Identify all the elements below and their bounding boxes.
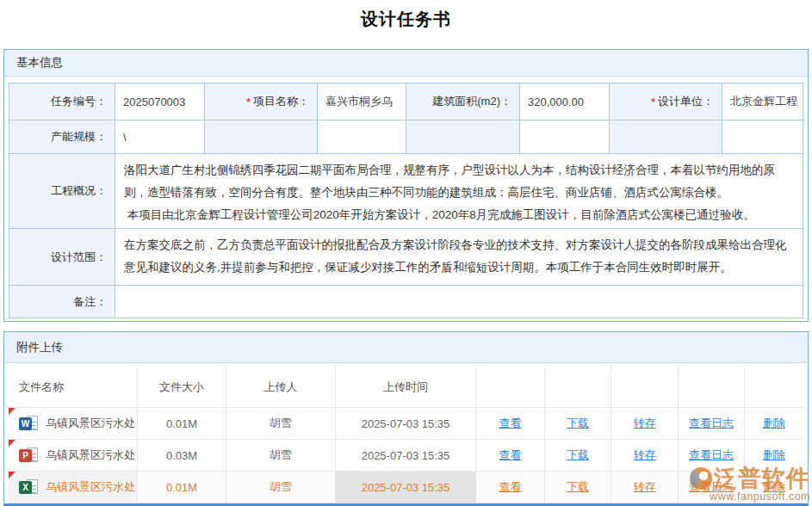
action-cell: 删除 <box>745 472 803 503</box>
action-cell: 查看 <box>476 472 545 503</box>
file-size-cell: 0.01M <box>138 408 226 440</box>
overview-label: 工程概况： <box>9 154 115 229</box>
attachments-table: 文件名称 文件大小 上传人 上传时间 W 乌镇风景区污水处 0.01M 胡雪 2… <box>9 367 803 503</box>
attachments-table-header: 文件名称 文件大小 上传人 上传时间 <box>9 367 803 408</box>
download-link[interactable]: 下载 <box>567 479 589 495</box>
action-cell: 查看日志 <box>679 408 745 440</box>
building-area-label: 建筑面积(m2)： <box>406 83 520 120</box>
remark-value <box>115 286 803 318</box>
col-header-empty <box>611 367 679 408</box>
design-unit-label: *设计单位： <box>610 83 722 120</box>
row-corner-flag <box>9 440 15 447</box>
file-name-cell: P 乌镇风景区污水处 <box>9 440 138 472</box>
download-link[interactable]: 下载 <box>567 416 589 431</box>
word-file-icon: W <box>19 416 40 432</box>
attachment-row-2: P 乌镇风景区污水处 0.03M 胡雪 2025-07-03 15:35 查看 … <box>9 440 803 472</box>
empty-label-cell <box>205 120 318 154</box>
delete-link[interactable]: 删除 <box>763 447 785 463</box>
file-size-cell: 0.03M <box>138 440 226 472</box>
empty-value-cell <box>318 120 406 154</box>
uploader-cell: 胡雪 <box>226 472 336 503</box>
task-no-value: 2025070003 <box>115 83 205 120</box>
page: 设计任务书 基本信息 任务编号： 2025070003 *项目名称： 嘉兴市桐乡… <box>0 0 812 506</box>
col-header-empty <box>476 367 545 408</box>
delete-link[interactable]: 删除 <box>763 416 785 431</box>
file-name: 乌镇风景区污水处 <box>46 479 135 495</box>
action-cell: 查看日志 <box>679 440 745 472</box>
excel-file-icon: X <box>19 479 40 496</box>
col-header-empty <box>679 367 745 408</box>
form-row-overview: 工程概况： 洛阳大道广生村北侧锦绣四季花园二期平面布局合理，规整有序，户型设计以… <box>9 154 803 229</box>
basic-info-panel: 基本信息 任务编号： 2025070003 *项目名称： 嘉兴市桐乡乌 建筑面积… <box>3 49 809 322</box>
project-name-value[interactable]: 嘉兴市桐乡乌 <box>318 83 406 120</box>
download-link[interactable]: 下载 <box>567 447 589 463</box>
col-header-file-name: 文件名称 <box>9 367 138 408</box>
action-cell: 转存 <box>611 408 679 440</box>
capacity-value: \ <box>115 120 205 154</box>
file-name-cell: X 乌镇风景区污水处 <box>9 472 138 503</box>
overview-value: 洛阳大道广生村北侧锦绣四季花园二期平面布局合理，规整有序，户型设计以人为本，结构… <box>115 154 803 229</box>
task-no-label: 任务编号： <box>9 83 115 120</box>
upload-time-cell: 2025-07-03 15:35 <box>336 472 476 503</box>
view-log-link[interactable]: 查看日志 <box>689 447 734 463</box>
upload-time-cell: 2025-07-03 15:35 <box>336 408 476 440</box>
upload-time-cell: 2025-07-03 15:35 <box>336 440 476 472</box>
powerpoint-file-icon: P <box>19 447 40 464</box>
building-area-value: 320,000.00 <box>520 83 610 120</box>
empty-label-cell <box>406 120 520 154</box>
basic-info-section-header: 基本信息 <box>4 50 808 77</box>
required-asterisk: * <box>246 96 251 108</box>
attachment-row-3-highlighted: X 乌镇风景区污水处 0.01M 胡雪 2025-07-03 15:35 查看 … <box>9 472 803 503</box>
action-cell: 下载 <box>545 440 611 472</box>
file-name: 乌镇风景区污水处 <box>46 416 135 431</box>
form-row-2: 产能规模： \ <box>9 120 803 154</box>
empty-label-cell <box>610 120 722 154</box>
action-cell: 转存 <box>611 440 679 472</box>
attachments-section-header: 附件上传 <box>4 332 808 363</box>
empty-value-cell <box>520 120 610 154</box>
remark-label: 备注： <box>9 286 115 318</box>
view-link[interactable]: 查看 <box>499 416 522 431</box>
file-name-cell: W 乌镇风景区污水处 <box>9 408 138 440</box>
file-name: 乌镇风景区污水处 <box>46 447 135 463</box>
form-row-remark: 备注： <box>9 286 803 318</box>
delete-link[interactable]: 删除 <box>763 479 785 495</box>
col-header-upload-time: 上传时间 <box>336 367 476 408</box>
uploader-cell: 胡雪 <box>226 440 336 472</box>
save-as-link[interactable]: 转存 <box>634 479 656 495</box>
required-asterisk: * <box>651 96 655 108</box>
col-header-file-size: 文件大小 <box>138 367 226 408</box>
view-log-link[interactable]: 查看日志 <box>689 479 734 495</box>
col-header-empty <box>545 367 611 408</box>
action-cell: 下载 <box>545 408 611 440</box>
save-as-link[interactable]: 转存 <box>634 416 656 431</box>
col-header-uploader: 上传人 <box>226 367 336 408</box>
row-corner-flag <box>9 408 15 415</box>
action-cell: 转存 <box>611 472 679 503</box>
row-corner-flag <box>9 472 15 478</box>
uploader-cell: 胡雪 <box>226 408 336 440</box>
form-row-1: 任务编号： 2025070003 *项目名称： 嘉兴市桐乡乌 建筑面积(m2)：… <box>9 83 803 120</box>
attachment-row-1: W 乌镇风景区污水处 0.01M 胡雪 2025-07-03 15:35 查看 … <box>9 408 803 440</box>
col-header-empty <box>745 367 803 408</box>
view-link[interactable]: 查看 <box>499 479 522 495</box>
view-link[interactable]: 查看 <box>499 447 522 463</box>
scope-label: 设计范围： <box>9 229 115 286</box>
file-size-cell: 0.01M <box>138 472 226 503</box>
view-log-link[interactable]: 查看日志 <box>689 416 734 431</box>
page-title: 设计任务书 <box>0 0 812 31</box>
action-cell: 删除 <box>745 440 803 472</box>
design-unit-value[interactable]: 北京金辉工程 <box>722 83 803 120</box>
action-cell: 删除 <box>745 408 803 440</box>
basic-info-form: 任务编号： 2025070003 *项目名称： 嘉兴市桐乡乌 建筑面积(m2)：… <box>9 83 803 318</box>
action-cell: 查看 <box>476 440 545 472</box>
scope-value: 在方案交底之前，乙方负责总平面设计的报批配合及方案设计阶段各专业的技术支持、对方… <box>115 229 803 286</box>
empty-value-cell <box>722 120 803 154</box>
action-cell: 查看日志 <box>679 472 745 503</box>
save-as-link[interactable]: 转存 <box>634 447 656 463</box>
attachments-panel: 附件上传 文件名称 文件大小 上传人 上传时间 W 乌镇风景区污水处 0.01 <box>3 331 809 506</box>
action-cell: 查看 <box>476 408 545 440</box>
action-cell: 下载 <box>545 472 611 503</box>
capacity-label: 产能规模： <box>9 120 115 154</box>
form-row-scope: 设计范围： 在方案交底之前，乙方负责总平面设计的报批配合及方案设计阶段各专业的技… <box>9 229 803 286</box>
